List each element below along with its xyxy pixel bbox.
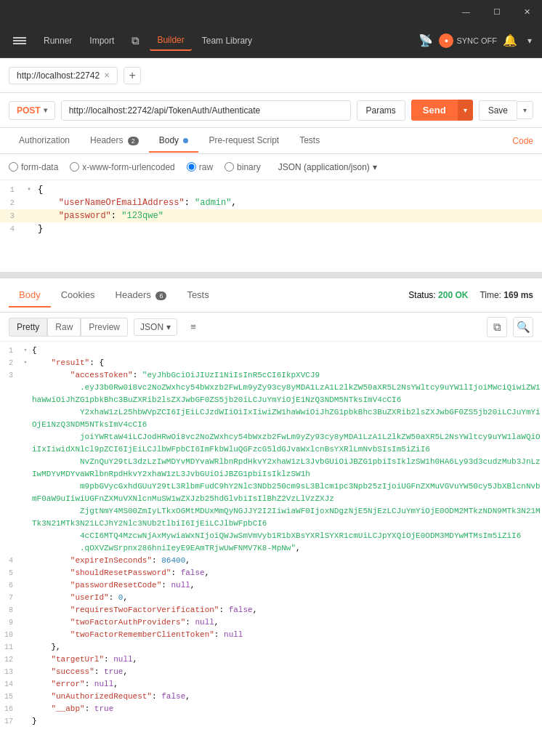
- nav-chevron-icon[interactable]: ▾: [523, 33, 536, 49]
- sync-label: SYNC OFF: [456, 36, 497, 45]
- send-button[interactable]: Send: [411, 100, 458, 121]
- sidebar-icon: [13, 37, 26, 44]
- request-body-editor[interactable]: 1 ▾ { 2 "userNameOrEmailAddress": "admin…: [0, 180, 542, 275]
- method-dropdown[interactable]: POST ▾: [9, 101, 55, 120]
- resp-line: 9 "twoFactorAuthProviders": null,: [0, 616, 542, 629]
- resp-tab-headers[interactable]: Headers 6: [105, 284, 177, 307]
- body-dot: [183, 138, 188, 143]
- resp-line: 17 }: [0, 715, 542, 728]
- satellite-icon: 📡: [418, 33, 433, 47]
- tab-close-button[interactable]: ✕: [104, 71, 110, 79]
- tab-tests[interactable]: Tests: [289, 129, 330, 153]
- tab-authorization[interactable]: Authorization: [9, 129, 80, 153]
- builder-button[interactable]: Builder: [150, 31, 191, 51]
- response-body: 1 ▾ { 2 ▾ "result": { 3 "accessToken": "…: [0, 342, 542, 756]
- add-tab-button[interactable]: +: [124, 67, 141, 84]
- form-data-option[interactable]: form-data: [9, 162, 58, 172]
- status-ok-badge: 200 OK: [438, 290, 468, 300]
- binary-option[interactable]: binary: [225, 162, 261, 172]
- resp-line: 1 ▾ {: [0, 345, 542, 357]
- filter-button[interactable]: ≡: [183, 317, 203, 337]
- json-chevron-icon: ▾: [373, 162, 377, 172]
- url-tab-bar: http://localhost:22742 ✕ +: [0, 58, 542, 93]
- request-tab[interactable]: http://localhost:22742 ✕: [9, 67, 118, 84]
- response-status: Status: 200 OK Time: 169 ms: [408, 290, 533, 300]
- send-group: Send ▾: [411, 100, 473, 121]
- resp-line: 13 "success": true,: [0, 666, 542, 678]
- request-bar: POST ▾ Params Send ▾ Save ▾: [0, 93, 542, 128]
- pretty-tab[interactable]: Pretty: [9, 318, 47, 337]
- resp-tab-body[interactable]: Body: [9, 284, 51, 307]
- raw-tab[interactable]: Raw: [47, 318, 81, 337]
- json-dropdown-icon: ▾: [166, 322, 171, 332]
- method-label: POST: [17, 105, 41, 116]
- json-format-select[interactable]: JSON (application/json) ▾: [278, 162, 377, 172]
- code-line: 4 }: [0, 222, 542, 236]
- format-tabs: Pretty Raw Preview: [9, 318, 128, 337]
- filter-icon: ≡: [190, 321, 196, 332]
- method-chevron-icon: ▾: [44, 106, 47, 114]
- copy-icon: ⧉: [493, 321, 501, 334]
- resp-line: 12 "targetUrl": null,: [0, 654, 542, 666]
- resp-line-access-token: 3 "accessToken": "eyJhbGciOiJIUzI1NiIsIn…: [0, 369, 542, 555]
- copy-button[interactable]: ⧉: [487, 317, 507, 337]
- save-group: Save ▾: [479, 100, 533, 121]
- code-line: 1 ▾ {: [0, 183, 542, 196]
- resp-line: 11 },: [0, 641, 542, 654]
- nav-right: 📡 ● SYNC OFF 🔔 ▾: [418, 33, 536, 49]
- sidebar-toggle-button[interactable]: [6, 33, 33, 49]
- import-button[interactable]: Import: [82, 31, 121, 50]
- resp-line: 15 "unAuthorizedRequest": false,: [0, 691, 542, 703]
- tab-url: http://localhost:22742: [17, 71, 100, 81]
- resp-line: 10 "twoFactorRememberClientToken": null: [0, 629, 542, 641]
- save-button[interactable]: Save: [479, 100, 517, 121]
- body-options: form-data x-www-form-urlencoded raw bina…: [0, 154, 542, 180]
- response-time: 169 ms: [503, 290, 533, 300]
- response-tabs-bar: Body Cookies Headers 6 Tests Status: 200…: [0, 278, 542, 313]
- urlencoded-option[interactable]: x-www-form-urlencoded: [70, 162, 174, 172]
- request-code-content: 1 ▾ { 2 "userNameOrEmailAddress": "admin…: [0, 180, 542, 272]
- resp-line: 4 "expireInSeconds": 86400,: [0, 555, 542, 567]
- new-window-icon: ⧉: [132, 34, 139, 47]
- minimize-button[interactable]: —: [456, 4, 476, 19]
- bell-icon[interactable]: 🔔: [503, 33, 517, 47]
- response-toolbar: Pretty Raw Preview JSON ▾ ≡ ⧉ 🔍: [0, 313, 542, 342]
- search-icon: 🔍: [517, 321, 530, 334]
- tab-pre-request[interactable]: Pre-request Script: [198, 129, 289, 153]
- close-button[interactable]: ✕: [518, 4, 536, 20]
- response-icons: ⧉ 🔍: [487, 317, 533, 337]
- url-input[interactable]: [61, 100, 351, 121]
- headers-badge: 2: [128, 137, 139, 145]
- resp-headers-badge: 6: [155, 291, 166, 300]
- raw-option[interactable]: raw: [187, 162, 213, 172]
- maximize-button[interactable]: ☐: [488, 4, 506, 20]
- resp-line: 14 "error": null,: [0, 678, 542, 691]
- code-line: 2 "userNameOrEmailAddress": "admin",: [0, 196, 542, 209]
- params-button[interactable]: Params: [357, 100, 405, 121]
- runner-button[interactable]: Runner: [36, 31, 79, 50]
- resp-tab-cookies[interactable]: Cookies: [51, 284, 105, 307]
- save-dropdown-button[interactable]: ▾: [517, 101, 533, 119]
- resp-line: 7 "userId": 0,: [0, 592, 542, 604]
- new-window-button[interactable]: ⧉: [124, 30, 147, 52]
- title-bar: — ☐ ✕: [0, 0, 542, 23]
- search-button[interactable]: 🔍: [513, 317, 533, 337]
- tab-body[interactable]: Body: [149, 129, 199, 153]
- request-tabs: Authorization Headers 2 Body Pre-request…: [0, 128, 542, 154]
- resp-line: 6 "passwordResetCode": null,: [0, 579, 542, 592]
- sync-circle: ●: [439, 33, 453, 48]
- resp-line: 8 "requiresTwoFactorVerification": false…: [0, 604, 542, 616]
- code-link[interactable]: Code: [512, 136, 533, 146]
- sync-status: ● SYNC OFF: [439, 33, 497, 48]
- response-code-content: 1 ▾ { 2 ▾ "result": { 3 "accessToken": "…: [0, 342, 542, 731]
- tab-headers[interactable]: Headers 2: [80, 129, 149, 153]
- preview-tab[interactable]: Preview: [81, 318, 128, 337]
- resp-line: 5 "shouldResetPassword": false,: [0, 567, 542, 579]
- json-format-dropdown[interactable]: JSON ▾: [134, 318, 177, 336]
- resp-line: 16 "__abp": true: [0, 703, 542, 715]
- top-nav: Runner Import ⧉ Builder Team Library 📡 ●…: [0, 23, 542, 58]
- code-line-highlight: 3 "password": "123qwe": [0, 209, 542, 222]
- send-chevron-button[interactable]: ▾: [458, 100, 473, 121]
- team-library-button[interactable]: Team Library: [195, 31, 259, 50]
- resp-tab-tests[interactable]: Tests: [177, 284, 219, 307]
